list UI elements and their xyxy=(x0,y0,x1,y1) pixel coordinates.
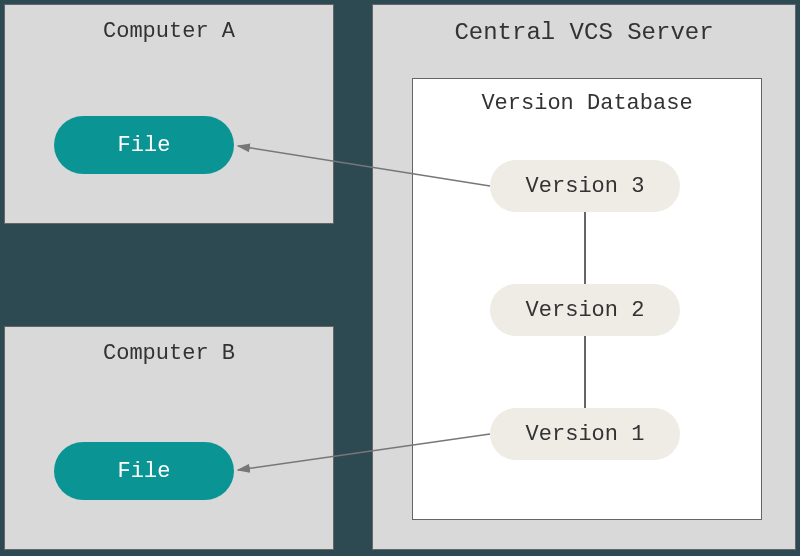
server-title: Central VCS Server xyxy=(373,19,795,46)
version-2-label: Version 2 xyxy=(526,298,645,323)
computer-b-file-pill: File xyxy=(54,442,234,500)
computer-a-file-pill: File xyxy=(54,116,234,174)
version-3-label: Version 3 xyxy=(526,174,645,199)
computer-a-file-label: File xyxy=(118,133,171,158)
version-1-pill: Version 1 xyxy=(490,408,680,460)
version-2-pill: Version 2 xyxy=(490,284,680,336)
computer-a-title: Computer A xyxy=(5,19,333,44)
version-1-label: Version 1 xyxy=(526,422,645,447)
computer-b-box: Computer B xyxy=(4,326,334,550)
computer-b-title: Computer B xyxy=(5,341,333,366)
version-3-pill: Version 3 xyxy=(490,160,680,212)
version-database-title: Version Database xyxy=(413,91,761,116)
computer-a-box: Computer A xyxy=(4,4,334,224)
computer-b-file-label: File xyxy=(118,459,171,484)
